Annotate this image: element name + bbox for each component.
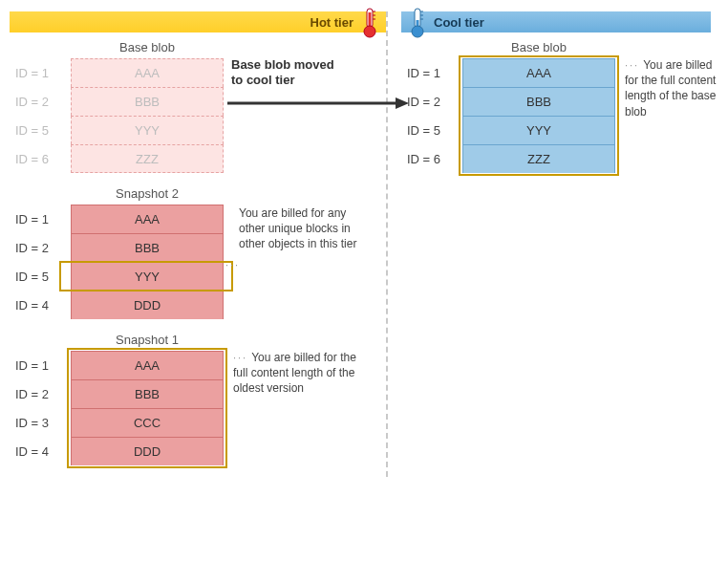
thermometer-cool-icon <box>407 7 428 39</box>
row-value: DDD <box>71 291 224 319</box>
table-row: ID = 5YYY <box>10 116 386 144</box>
arrow-label-line2: to cool tier <box>231 73 294 87</box>
row-id: ID = 4 <box>10 444 71 459</box>
thermometer-hot-icon <box>359 7 380 39</box>
row-value: BBB <box>71 379 224 408</box>
row-id: ID = 1 <box>10 358 71 373</box>
row-value: YYY <box>71 262 224 291</box>
svg-point-10 <box>412 26 423 37</box>
row-id: ID = 1 <box>401 66 462 80</box>
block-title: Base blob <box>71 40 224 54</box>
cool-tier-label: Cool tier <box>434 15 484 30</box>
row-id: ID = 2 <box>401 95 462 109</box>
hot-base-blob: Base blob ID = 1AAA ID = 2BBB ID = 5YYY … <box>10 38 386 173</box>
table-row: ID = 3CCC <box>10 408 386 437</box>
row-value: BBB <box>462 87 615 116</box>
table-row: ID = 5YYY <box>10 262 386 291</box>
arrow-label-line1: Base blob moved <box>231 57 334 72</box>
row-value: AAA <box>71 58 224 87</box>
hot-snapshot-2: Snapshot 2 ID = 1AAA ID = 2BBB ID = 5YYY… <box>10 184 386 319</box>
row-value: AAA <box>462 58 615 87</box>
caption-dots: ··· <box>225 257 239 272</box>
row-value: AAA <box>71 351 224 379</box>
tier-diagram: Hot tier Base blob ID = 1AAA ID = 2BBB I… <box>10 11 718 477</box>
row-id: ID = 6 <box>401 152 462 166</box>
row-value: YYY <box>462 116 615 144</box>
row-id: ID = 6 <box>10 152 71 166</box>
hot-tier-label: Hot tier <box>310 15 354 30</box>
row-value: BBB <box>71 87 224 116</box>
hot-tier: Hot tier Base blob ID = 1AAA ID = 2BBB I… <box>10 11 386 477</box>
cool-tier-header: Cool tier <box>401 11 711 32</box>
caption-text: You are billed for the full content leng… <box>233 351 356 395</box>
row-value: AAA <box>71 205 224 233</box>
block-title: Snapshot 2 <box>71 186 224 201</box>
row-value: YYY <box>71 116 224 144</box>
block-title: Base blob <box>462 40 615 54</box>
row-value: ZZZ <box>71 144 224 173</box>
row-id: ID = 3 <box>10 416 71 430</box>
row-value: ZZZ <box>462 144 615 173</box>
block-title: Snapshot 1 <box>71 333 224 347</box>
table-row: ID = 2BBB <box>10 87 386 116</box>
cool-base-blob: Base blob ID = 1AAA ID = 2BBB ID = 5YYY … <box>401 38 711 173</box>
row-id: ID = 2 <box>10 95 71 109</box>
hot-snapshot-1: Snapshot 1 ID = 1AAA ID = 2BBB ID = 3CCC… <box>10 331 386 465</box>
caption-text: You are billed for any other unique bloc… <box>239 206 356 250</box>
table-row: ID = 4DDD <box>10 437 386 465</box>
table-row: ID = 5YYY <box>401 116 711 144</box>
row-value: CCC <box>71 408 224 437</box>
table-row: ID = 6ZZZ <box>401 144 711 173</box>
row-value: DDD <box>71 437 224 465</box>
row-id: ID = 5 <box>10 123 71 138</box>
svg-point-2 <box>364 26 375 37</box>
row-id: ID = 2 <box>10 387 71 401</box>
caption-cool-base: ···You are billed for the full content l… <box>625 57 725 119</box>
row-id: ID = 1 <box>10 212 71 227</box>
table-row: ID = 6ZZZ <box>10 144 386 173</box>
row-id: ID = 4 <box>10 298 71 313</box>
row-value: BBB <box>71 233 224 262</box>
row-id: ID = 5 <box>10 270 71 284</box>
cool-tier: Cool tier Base blob ID = 1AAA ID = 2BBB … <box>388 11 711 477</box>
hot-tier-header: Hot tier <box>10 11 386 32</box>
table-row: ID = 4DDD <box>10 291 386 319</box>
row-id: ID = 1 <box>10 66 71 80</box>
caption-oldest-version: ···You are billed for the full content l… <box>233 350 367 397</box>
caption-unique-blocks: You are billed for any other unique bloc… <box>239 205 373 252</box>
row-id: ID = 2 <box>10 241 71 255</box>
arrow-label: Base blob moved to cool tier <box>231 57 384 89</box>
row-id: ID = 5 <box>401 123 462 138</box>
